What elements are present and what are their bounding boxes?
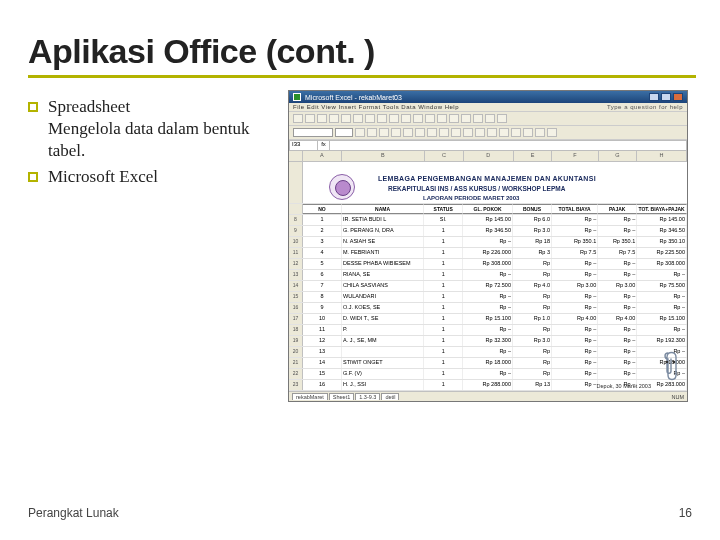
font-color-icon[interactable] xyxy=(547,128,557,137)
row-header[interactable]: 17 xyxy=(289,314,303,324)
cell[interactable]: Rp – xyxy=(463,292,513,302)
table-row[interactable]: 92G. PERANG N, DRA1Rp 346.50Rp 3.0Rp –Rp… xyxy=(289,226,687,237)
cell[interactable]: Rp – xyxy=(552,369,598,379)
cell[interactable]: Rp – xyxy=(552,336,598,346)
col-header[interactable]: B xyxy=(342,151,426,161)
cell[interactable]: Rp 350.1 xyxy=(598,237,637,247)
col-header[interactable]: H xyxy=(637,151,687,161)
save-icon[interactable] xyxy=(317,114,327,123)
cell[interactable]: Rp xyxy=(513,347,552,357)
link-icon[interactable] xyxy=(425,114,435,123)
underline-icon[interactable] xyxy=(379,128,389,137)
help-hint[interactable]: Type a question for help xyxy=(607,104,683,110)
cell[interactable]: Rp 145.00 xyxy=(463,215,513,225)
formula-bar[interactable]: I33 fx xyxy=(289,140,687,151)
cell[interactable]: 1 xyxy=(424,358,463,368)
cell[interactable]: 10 xyxy=(303,314,342,324)
zoom-icon[interactable] xyxy=(485,114,495,123)
cell[interactable]: 1 xyxy=(424,314,463,324)
table-row[interactable]: 81IR. SETIA BUDI LSI.Rp 145.00Rp 6.0Rp –… xyxy=(289,215,687,226)
cell[interactable]: Rp 13 xyxy=(513,380,552,390)
cell[interactable]: 5 xyxy=(303,259,342,269)
cell[interactable]: 1 xyxy=(424,303,463,313)
row-header[interactable] xyxy=(289,162,303,203)
cell[interactable]: Rp – xyxy=(598,270,637,280)
font-size-select[interactable] xyxy=(335,128,353,137)
table-row[interactable]: 1710D. WIDI T., SE1Rp 15.100Rp 1.0Rp 4.0… xyxy=(289,314,687,325)
cell[interactable]: Rp 145.00 xyxy=(637,215,687,225)
cell[interactable]: Rp – xyxy=(463,325,513,335)
cell[interactable]: STIWIT ONGET xyxy=(342,358,424,368)
cell[interactable]: G.F. (V) xyxy=(342,369,424,379)
cell[interactable]: 1 xyxy=(424,347,463,357)
cell[interactable]: WULANDARI xyxy=(342,292,424,302)
cell[interactable]: Rp 225.500 xyxy=(637,248,687,258)
cell[interactable]: Rp 3.0 xyxy=(513,226,552,236)
preview-icon[interactable] xyxy=(341,114,351,123)
cell[interactable]: 11 xyxy=(303,325,342,335)
row-header[interactable]: 14 xyxy=(289,281,303,291)
cell[interactable]: Rp – xyxy=(637,292,687,302)
cell[interactable]: Rp – xyxy=(598,336,637,346)
cell[interactable]: 1 xyxy=(424,248,463,258)
office-assistant-icon[interactable] xyxy=(661,349,683,383)
cell[interactable]: Rp – xyxy=(552,226,598,236)
cell[interactable]: Rp 3.00 xyxy=(552,281,598,291)
menu-bar[interactable]: File Edit View Insert Format Tools Data … xyxy=(289,103,687,112)
cell[interactable]: Rp 308.000 xyxy=(637,259,687,269)
sheet-tab[interactable]: detil xyxy=(381,393,399,400)
cell[interactable]: 1 xyxy=(424,380,463,390)
copy-icon[interactable] xyxy=(377,114,387,123)
fx-icon[interactable]: fx xyxy=(318,141,330,150)
cell[interactable]: Rp 18 xyxy=(513,237,552,247)
cell[interactable]: 1 xyxy=(424,292,463,302)
indent-inc-icon[interactable] xyxy=(511,128,521,137)
cell[interactable]: Rp 75.500 xyxy=(637,281,687,291)
cell[interactable]: Rp – xyxy=(598,369,637,379)
cell[interactable]: 6 xyxy=(303,270,342,280)
cell[interactable]: Rp – xyxy=(598,325,637,335)
cell[interactable]: Rp 7.5 xyxy=(598,248,637,258)
spell-icon[interactable] xyxy=(353,114,363,123)
cell[interactable]: 16 xyxy=(303,380,342,390)
cell[interactable]: 7 xyxy=(303,281,342,291)
row-header[interactable]: 15 xyxy=(289,292,303,302)
row-header[interactable]: 18 xyxy=(289,325,303,335)
cell[interactable]: Rp 6.0 xyxy=(513,215,552,225)
select-all-corner[interactable] xyxy=(289,151,303,161)
table-row[interactable]: 147CHILA SASVIANS1Rp 72.500Rp 4.0Rp 3.00… xyxy=(289,281,687,292)
format-toolbar[interactable] xyxy=(289,126,687,140)
cell[interactable]: Rp xyxy=(513,259,552,269)
maximize-button[interactable] xyxy=(661,93,671,101)
cell[interactable]: Rp xyxy=(513,270,552,280)
indent-dec-icon[interactable] xyxy=(499,128,509,137)
grid-body[interactable]: LEMBAGA PENGEMBANGAN MANAJEMEN DAN AKUNT… xyxy=(289,162,687,391)
cell[interactable]: H. J., SSI xyxy=(342,380,424,390)
inc-decimal-icon[interactable] xyxy=(475,128,485,137)
row-header[interactable]: 16 xyxy=(289,303,303,313)
cell[interactable]: Rp 288.000 xyxy=(463,380,513,390)
cell[interactable]: Rp 7.5 xyxy=(552,248,598,258)
col-header[interactable]: A xyxy=(303,151,342,161)
cell[interactable]: SI. xyxy=(424,215,463,225)
italic-icon[interactable] xyxy=(367,128,377,137)
fill-color-icon[interactable] xyxy=(535,128,545,137)
cell[interactable]: D. WIDI T., SE xyxy=(342,314,424,324)
table-row[interactable]: 158WULANDARI1Rp –RpRp –Rp –Rp – xyxy=(289,292,687,303)
cut-icon[interactable] xyxy=(365,114,375,123)
col-header[interactable]: F xyxy=(552,151,598,161)
cell[interactable]: Rp 350.1 xyxy=(552,237,598,247)
comma-icon[interactable] xyxy=(463,128,473,137)
row-header[interactable] xyxy=(289,204,303,214)
cell[interactable]: N. ASIAH SE xyxy=(342,237,424,247)
cell[interactable]: Rp – xyxy=(552,303,598,313)
sheet-tab[interactable]: rekabMaret xyxy=(292,393,328,400)
col-header[interactable]: D xyxy=(464,151,514,161)
merge-icon[interactable] xyxy=(427,128,437,137)
close-button[interactable] xyxy=(673,93,683,101)
cell[interactable]: 3 xyxy=(303,237,342,247)
row-header[interactable]: 13 xyxy=(289,270,303,280)
table-row[interactable]: 1811P.1Rp –RpRp –Rp –Rp – xyxy=(289,325,687,336)
cell[interactable]: RIANA, SE xyxy=(342,270,424,280)
row-header[interactable]: 8 xyxy=(289,215,303,225)
